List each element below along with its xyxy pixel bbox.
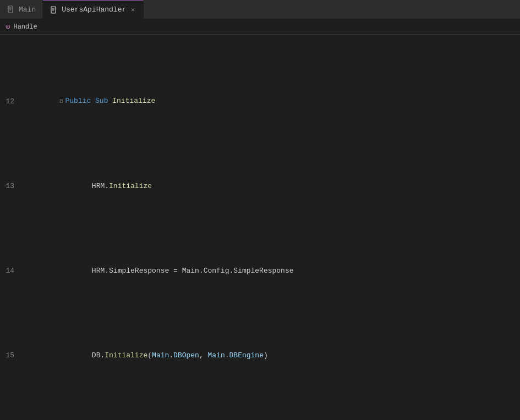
handle-icon: ⊙ (6, 22, 10, 31)
code-area: 12 ⊟Public Sub Initialize 13 HRM.Initial… (0, 35, 520, 420)
fold-12[interactable]: ⊟ (57, 96, 65, 108)
tab-close-button[interactable]: ✕ (129, 5, 136, 14)
main-file-icon (7, 5, 15, 14)
line-15: 15 DB.Initialize(Main.DBOpen, Main.DBEng… (2, 338, 520, 374)
line-content-14: HRM.SimpleResponse = Main.Config.SimpleR… (23, 253, 294, 289)
users-file-icon (50, 5, 58, 14)
tab-bar: Main UsersApiHandler ✕ (0, 0, 520, 19)
line-num-14: 14 (2, 265, 23, 277)
svg-rect-4 (51, 7, 56, 13)
breadcrumb-bar: ⊙ Handle (0, 19, 520, 35)
line-14: 14 HRM.SimpleResponse = Main.Config.Simp… (2, 253, 520, 289)
line-13: 13 HRM.Initialize (2, 168, 520, 205)
breadcrumb-text: Handle (13, 23, 37, 31)
tab-main-label: Main (19, 5, 36, 14)
line-num-15: 15 (2, 350, 23, 362)
tab-usersapihandler-label: UsersApiHandler (62, 5, 126, 14)
line-num-12: 12 (2, 96, 23, 108)
line-content-15: DB.Initialize(Main.DBOpen, Main.DBEngine… (23, 338, 268, 374)
line-content-12: ⊟Public Sub Initialize (23, 83, 155, 120)
svg-rect-0 (8, 6, 13, 13)
line-12: 12 ⊟Public Sub Initialize (2, 83, 520, 120)
tab-main[interactable]: Main (0, 0, 43, 19)
line-num-13: 13 (2, 180, 23, 192)
code-lines: 12 ⊟Public Sub Initialize 13 HRM.Initial… (0, 35, 520, 420)
line-content-13: HRM.Initialize (23, 168, 152, 205)
tab-usersapihandler[interactable]: UsersApiHandler ✕ (43, 0, 144, 19)
